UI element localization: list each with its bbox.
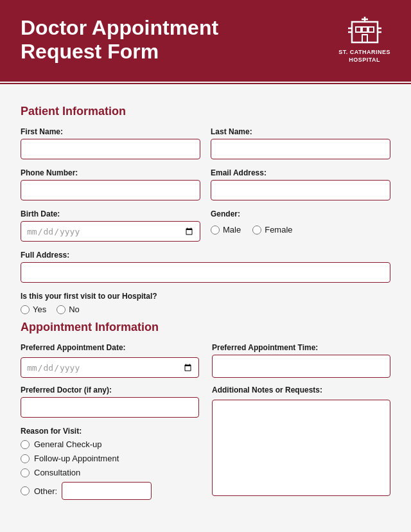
additional-notes-label: Additional Notes or Requests: bbox=[212, 386, 390, 395]
patient-section-title: Patient Information bbox=[21, 105, 390, 118]
reason-consultation-label: Consultation bbox=[34, 468, 80, 477]
first-name-input[interactable] bbox=[21, 139, 200, 159]
appointment-left: Preferred Appointment Date: Preferred Do… bbox=[21, 343, 199, 500]
address-row: Full Address: bbox=[21, 251, 390, 283]
gender-group: Gender: Male Female bbox=[211, 209, 390, 235]
reason-other-row: Other: bbox=[21, 482, 199, 500]
gender-female-option[interactable]: Female bbox=[252, 225, 292, 235]
gender-female-label: Female bbox=[265, 225, 292, 235]
first-visit-row: Is this your first visit to our Hospital… bbox=[21, 292, 390, 314]
last-name-label: Last Name: bbox=[211, 127, 390, 136]
gender-label: Gender: bbox=[211, 209, 390, 218]
divider-bar-1 bbox=[0, 79, 411, 82]
hospital-logo: ST. CATHARINES HOSPITAL bbox=[338, 15, 390, 64]
birthdate-gender-row: Birth Date: Gender: Male Female bbox=[21, 209, 390, 242]
preferred-time-group: Preferred Appointment Time: bbox=[212, 343, 390, 378]
appointment-section-title: Appointment Information bbox=[21, 321, 390, 334]
reason-consultation-radio[interactable] bbox=[21, 468, 30, 477]
phone-input[interactable] bbox=[21, 180, 200, 200]
reason-other-radio[interactable] bbox=[21, 486, 30, 495]
phone-group: Phone Number: bbox=[21, 168, 200, 200]
first-visit-question: Is this your first visit to our Hospital… bbox=[21, 292, 390, 301]
last-name-input[interactable] bbox=[211, 139, 390, 159]
first-visit-yes[interactable]: Yes bbox=[21, 305, 46, 314]
page: Doctor Appointment Request Form bbox=[0, 0, 411, 532]
gender-female-radio[interactable] bbox=[252, 226, 261, 235]
email-input[interactable] bbox=[211, 180, 390, 200]
first-visit-yes-radio[interactable] bbox=[21, 305, 30, 314]
birthdate-label: Birth Date: bbox=[21, 209, 200, 218]
first-visit-no[interactable]: No bbox=[57, 305, 80, 314]
address-input[interactable] bbox=[21, 262, 390, 283]
svg-rect-2 bbox=[369, 27, 374, 32]
preferred-doctor-group: Preferred Doctor (if any): bbox=[21, 386, 199, 418]
reason-title: Reason for Visit: bbox=[21, 427, 199, 436]
reason-other-label: Other: bbox=[34, 486, 57, 496]
gender-male-option[interactable]: Male bbox=[211, 225, 241, 235]
name-row: First Name: Last Name: bbox=[21, 127, 390, 159]
preferred-time-label: Preferred Appointment Time: bbox=[212, 343, 390, 352]
gender-options: Male Female bbox=[211, 225, 390, 235]
no-label: No bbox=[69, 305, 80, 314]
first-name-label: First Name: bbox=[21, 127, 200, 136]
address-label: Full Address: bbox=[21, 251, 390, 260]
appointment-right: Preferred Appointment Time: Additional N… bbox=[212, 343, 390, 496]
gender-male-label: Male bbox=[223, 225, 241, 235]
preferred-doctor-input[interactable] bbox=[21, 397, 199, 418]
phone-email-row: Phone Number: Email Address: bbox=[21, 168, 390, 200]
hospital-icon bbox=[345, 15, 384, 46]
first-visit-options: Yes No bbox=[21, 305, 390, 314]
svg-rect-1 bbox=[356, 27, 361, 32]
first-visit-no-radio[interactable] bbox=[57, 305, 66, 314]
additional-notes-textarea[interactable] bbox=[212, 400, 390, 496]
email-group: Email Address: bbox=[211, 168, 390, 200]
preferred-doctor-label: Preferred Doctor (if any): bbox=[21, 386, 199, 395]
reason-consultation[interactable]: Consultation bbox=[21, 468, 199, 477]
svg-rect-3 bbox=[362, 27, 367, 32]
reason-general-checkup[interactable]: General Check-up bbox=[21, 439, 199, 449]
svg-rect-4 bbox=[362, 35, 367, 42]
additional-notes-group: Additional Notes or Requests: bbox=[212, 386, 390, 496]
reason-options-list: General Check-up Follow-up Appointment C… bbox=[21, 439, 199, 500]
preferred-time-input[interactable] bbox=[212, 355, 390, 378]
preferred-date-input[interactable] bbox=[21, 357, 199, 378]
last-name-group: Last Name: bbox=[211, 127, 390, 159]
reason-followup-radio[interactable] bbox=[21, 454, 30, 463]
header: Doctor Appointment Request Form bbox=[0, 0, 411, 79]
preferred-date-label: Preferred Appointment Date: bbox=[21, 343, 199, 352]
email-label: Email Address: bbox=[211, 168, 390, 177]
divider-bar-2 bbox=[0, 83, 411, 84]
birthdate-input[interactable] bbox=[21, 221, 200, 242]
hospital-name: ST. CATHARINES HOSPITAL bbox=[338, 49, 390, 64]
reason-other-input[interactable] bbox=[62, 482, 152, 500]
phone-label: Phone Number: bbox=[21, 168, 200, 177]
yes-label: Yes bbox=[33, 305, 46, 314]
first-name-group: First Name: bbox=[21, 127, 200, 159]
reason-followup-label: Follow-up Appointment bbox=[34, 454, 119, 463]
gender-male-radio[interactable] bbox=[211, 226, 220, 235]
reason-followup[interactable]: Follow-up Appointment bbox=[21, 454, 199, 463]
birthdate-group: Birth Date: bbox=[21, 209, 200, 242]
form-body: Patient Information First Name: Last Nam… bbox=[0, 94, 411, 515]
appointment-columns: Preferred Appointment Date: Preferred Do… bbox=[21, 343, 390, 500]
reason-general-radio[interactable] bbox=[21, 440, 30, 449]
reason-general-label: General Check-up bbox=[34, 439, 102, 449]
header-title: Doctor Appointment Request Form bbox=[21, 16, 218, 64]
preferred-date-group: Preferred Appointment Date: bbox=[21, 343, 199, 378]
reason-other-option[interactable]: Other: bbox=[21, 486, 57, 496]
